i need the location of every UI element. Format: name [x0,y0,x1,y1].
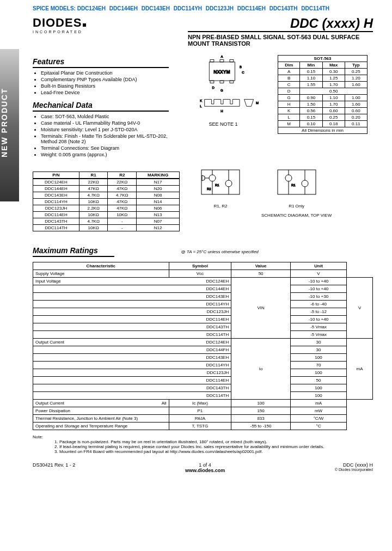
svg-text:L: L [200,105,202,108]
note-item: 2. If lead-bearing terminal plating is r… [54,444,373,449]
footer-center: 1 of 4 www.diodes.com [185,462,225,473]
dim-title: SOT-563 [278,56,367,62]
svg-text:B: B [240,65,242,69]
part-subtitle: NPN PRE-BIASED SMALL SIGNAL SOT-563 DUAL… [188,34,373,47]
spice-label: SPICE MODELS: [33,5,76,11]
svg-point-29 [302,180,308,187]
svg-rect-1 [210,60,214,62]
ratings-condition: @ TA = 25°C unless otherwise specified [181,249,259,254]
see-note: SEE NOTE 1 [177,121,270,127]
package-label: NXXYM [213,69,230,75]
svg-rect-4 [210,81,214,83]
feature-item: Complementary PNP Types Available (DDA) [41,77,169,82]
page: SPICE MODELS: DDC124EH DDC144EH DDC143EH… [0,0,392,479]
svg-text:K: K [200,99,202,102]
svg-text:C: C [242,71,244,74]
mechanical-list: Case: SOT-563, Molded Plastic Case mater… [41,114,169,157]
ratings-heading: Maximum Ratings [33,246,114,257]
spice-link[interactable]: DDC114TH [301,5,329,11]
part-title: DDC (xxxx) H [188,16,373,32]
footer-page: 1 of 4 [185,462,225,468]
mechanical-item: Terminals: Finish - Matte Tin Solderable… [41,133,169,144]
logo-main: DIODES [33,16,82,29]
mechanical-heading: Mechanical Data [33,101,169,112]
footer: DS30421 Rev. 1 - 2 1 of 4 www.diodes.com… [33,460,373,473]
logo: DIODES INCORPORATED [33,16,86,34]
spice-models-row: SPICE MODELS: DDC124EH DDC144EH DDC143EH… [33,5,373,11]
schematic-caption: SCHEMATIC DIAGRAM, TOP VIEW [261,213,332,218]
svg-text:D: D [212,86,215,89]
svg-text:A: A [220,55,223,58]
spice-link[interactable]: DDC143TH [270,5,298,11]
spice-link[interactable]: DDC124EH [77,5,106,11]
logo-sub: INCORPORATED [33,30,86,34]
mechanical-item: Case: SOT-563, Molded Plastic [41,114,169,119]
svg-rect-6 [230,81,234,83]
schematic-label: R1 Only [261,204,332,209]
features-heading: Features [33,57,169,68]
title-block: DDC (xxxx) H NPN PRE-BIASED SMALL SIGNAL… [188,16,373,47]
svg-point-26 [285,175,292,181]
schematic-r1r2: R1R2 R1, R2 [196,167,245,209]
note-item: 3. Mounted on FR4 Board with recommended… [54,449,373,454]
spice-link[interactable]: DDC123JH [206,5,234,11]
notes-section: Note: 1. Package is non-polarized. Parts… [33,434,373,454]
svg-rect-2 [220,60,224,62]
mechanical-item: Terminal Connections: See Diagram [41,145,169,151]
footer-right: DDC (xxxx) H © Diodes Incorporated [335,462,373,473]
dim-footer: All Dimensions in mm [278,127,367,134]
mechanical-item: Moisture sensitivity: Level 1 per J-STD-… [41,127,169,132]
feature-item: Epitaxial Planar Die Construction [41,70,169,76]
feature-item: Lead-Free Device [41,90,169,95]
mechanical-item: Case material - UL Flammability Rating 9… [41,120,169,126]
spice-link[interactable]: DDC114EH [237,5,266,11]
svg-text:R1: R1 [291,183,296,187]
spice-link[interactable]: DDC144EH [109,5,138,11]
svg-point-20 [225,180,232,187]
pn-table: P/NR1R2MARKING DDC124EH22KΩ22KΩN17DDC144… [33,172,180,231]
mechanical-item: Weight: 0.005 grams (approx.) [41,152,169,157]
svg-text:M: M [256,101,259,105]
svg-text:R2: R2 [207,187,211,191]
svg-text:H: H [220,109,223,113]
schematic-label: R1, R2 [196,204,245,209]
notes-label: Note: [33,434,43,439]
svg-point-17 [209,175,216,181]
ratings-table: CharacteristicSymbolValueUnit Supply Vol… [33,262,373,430]
spice-link[interactable]: DDC114YH [174,5,202,11]
schematic-r1only: R1 R1 Only SCHEMATIC DIAGRAM, TOP VIEW [261,167,332,218]
svg-text:G: G [220,89,223,92]
footer-rev: DS30421 Rev. 1 - 2 [33,462,75,473]
svg-rect-16 [201,170,240,194]
svg-rect-25 [278,170,316,194]
footer-url[interactable]: www.diodes.com [185,468,225,473]
features-list: Epitaxial Planar Die Construction Comple… [41,70,169,95]
package-diagram: NXXYM A B C D G K L H M SEE NOTE 1 [177,55,270,127]
svg-rect-3 [230,60,234,62]
header: DIODES INCORPORATED DDC (xxxx) H NPN PRE… [33,16,373,47]
spice-link[interactable]: DDC143EH [142,5,170,11]
note-item: 1. Package is non-polarized. Parts may b… [54,439,373,444]
svg-text:R1: R1 [215,183,219,187]
feature-item: Built-In Biasing Resistors [41,83,169,89]
dimensions-table: SOT-563 DimMinMaxTyp A0.150.300.25B1.101… [278,55,367,134]
svg-rect-5 [220,81,224,83]
